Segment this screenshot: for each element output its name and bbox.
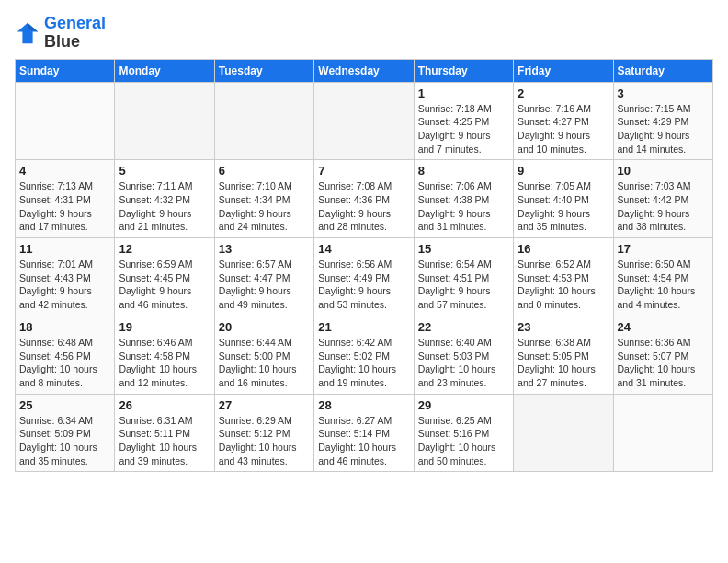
logo: General Blue <box>15 15 106 52</box>
day-info: Sunrise: 6:25 AM Sunset: 5:16 PM Dayligh… <box>418 414 509 468</box>
day-info: Sunrise: 6:52 AM Sunset: 4:53 PM Dayligh… <box>518 258 609 312</box>
day-header-wednesday: Wednesday <box>314 59 414 82</box>
calendar-cell: 2Sunrise: 7:16 AM Sunset: 4:27 PM Daylig… <box>514 82 613 160</box>
day-info: Sunrise: 6:29 AM Sunset: 5:12 PM Dayligh… <box>219 414 310 468</box>
day-info: Sunrise: 7:03 AM Sunset: 4:42 PM Dayligh… <box>618 179 709 234</box>
calendar-cell <box>214 82 313 160</box>
day-header-sunday: Sunday <box>16 59 115 82</box>
calendar-cell: 23Sunrise: 6:38 AM Sunset: 5:05 PM Dayli… <box>514 316 613 394</box>
calendar-cell: 25Sunrise: 6:34 AM Sunset: 5:09 PM Dayli… <box>16 394 115 472</box>
day-number: 5 <box>119 164 210 178</box>
week-row-1: 1Sunrise: 7:18 AM Sunset: 4:25 PM Daylig… <box>16 82 713 160</box>
day-number: 3 <box>618 86 709 100</box>
day-info: Sunrise: 7:01 AM Sunset: 4:43 PM Dayligh… <box>19 258 110 312</box>
day-header-friday: Friday <box>514 59 613 82</box>
calendar-cell: 15Sunrise: 6:54 AM Sunset: 4:51 PM Dayli… <box>414 238 513 316</box>
logo-text: General Blue <box>44 15 106 52</box>
day-info: Sunrise: 7:13 AM Sunset: 4:31 PM Dayligh… <box>19 179 110 234</box>
day-number: 6 <box>219 164 310 178</box>
day-info: Sunrise: 6:59 AM Sunset: 4:45 PM Dayligh… <box>119 258 210 312</box>
day-number: 11 <box>19 242 110 256</box>
day-number: 23 <box>518 320 609 334</box>
calendar-cell: 5Sunrise: 7:11 AM Sunset: 4:32 PM Daylig… <box>115 160 214 238</box>
day-number: 20 <box>219 320 310 334</box>
day-info: Sunrise: 6:46 AM Sunset: 4:58 PM Dayligh… <box>119 336 210 390</box>
day-number: 22 <box>418 320 509 334</box>
calendar-cell: 26Sunrise: 6:31 AM Sunset: 5:11 PM Dayli… <box>115 394 214 472</box>
day-number: 7 <box>318 164 409 178</box>
day-number: 27 <box>219 398 310 412</box>
day-info: Sunrise: 6:50 AM Sunset: 4:54 PM Dayligh… <box>618 258 709 312</box>
calendar-cell: 27Sunrise: 6:29 AM Sunset: 5:12 PM Dayli… <box>214 394 313 472</box>
calendar-cell <box>514 394 613 472</box>
day-number: 21 <box>318 320 409 334</box>
calendar-cell <box>314 82 414 160</box>
day-number: 14 <box>318 242 409 256</box>
day-info: Sunrise: 6:44 AM Sunset: 5:00 PM Dayligh… <box>219 336 310 390</box>
calendar-cell: 13Sunrise: 6:57 AM Sunset: 4:47 PM Dayli… <box>214 238 313 316</box>
calendar-cell: 3Sunrise: 7:15 AM Sunset: 4:29 PM Daylig… <box>613 82 712 160</box>
calendar-cell: 29Sunrise: 6:25 AM Sunset: 5:16 PM Dayli… <box>414 394 513 472</box>
day-number: 28 <box>318 398 409 412</box>
day-info: Sunrise: 7:08 AM Sunset: 4:36 PM Dayligh… <box>318 179 409 234</box>
day-number: 15 <box>418 242 509 256</box>
day-number: 8 <box>418 164 509 178</box>
day-header-saturday: Saturday <box>613 59 712 82</box>
day-header-thursday: Thursday <box>414 59 513 82</box>
calendar-cell: 14Sunrise: 6:56 AM Sunset: 4:49 PM Dayli… <box>314 238 414 316</box>
week-row-2: 4Sunrise: 7:13 AM Sunset: 4:31 PM Daylig… <box>16 160 713 238</box>
day-info: Sunrise: 7:05 AM Sunset: 4:40 PM Dayligh… <box>518 179 609 234</box>
day-number: 4 <box>19 164 110 178</box>
page-header: General Blue <box>15 15 713 52</box>
calendar-cell: 18Sunrise: 6:48 AM Sunset: 4:56 PM Dayli… <box>16 316 115 394</box>
day-info: Sunrise: 7:11 AM Sunset: 4:32 PM Dayligh… <box>119 179 210 234</box>
day-number: 1 <box>418 86 509 100</box>
logo-icon <box>15 20 40 46</box>
calendar-cell: 11Sunrise: 7:01 AM Sunset: 4:43 PM Dayli… <box>16 238 115 316</box>
day-info: Sunrise: 6:48 AM Sunset: 4:56 PM Dayligh… <box>19 336 110 390</box>
day-number: 16 <box>518 242 609 256</box>
calendar-header-row: SundayMondayTuesdayWednesdayThursdayFrid… <box>16 59 713 82</box>
calendar-cell: 4Sunrise: 7:13 AM Sunset: 4:31 PM Daylig… <box>16 160 115 238</box>
day-number: 25 <box>19 398 110 412</box>
day-number: 19 <box>119 320 210 334</box>
calendar-cell: 6Sunrise: 7:10 AM Sunset: 4:34 PM Daylig… <box>214 160 313 238</box>
week-row-5: 25Sunrise: 6:34 AM Sunset: 5:09 PM Dayli… <box>16 394 713 472</box>
day-info: Sunrise: 6:38 AM Sunset: 5:05 PM Dayligh… <box>518 336 609 390</box>
calendar-cell: 21Sunrise: 6:42 AM Sunset: 5:02 PM Dayli… <box>314 316 414 394</box>
calendar-cell: 17Sunrise: 6:50 AM Sunset: 4:54 PM Dayli… <box>613 238 712 316</box>
day-header-tuesday: Tuesday <box>214 59 313 82</box>
day-header-monday: Monday <box>115 59 214 82</box>
calendar-cell: 28Sunrise: 6:27 AM Sunset: 5:14 PM Dayli… <box>314 394 414 472</box>
day-number: 26 <box>119 398 210 412</box>
calendar-cell: 12Sunrise: 6:59 AM Sunset: 4:45 PM Dayli… <box>115 238 214 316</box>
day-number: 29 <box>418 398 509 412</box>
day-info: Sunrise: 7:10 AM Sunset: 4:34 PM Dayligh… <box>219 179 310 234</box>
day-number: 17 <box>618 242 709 256</box>
week-row-3: 11Sunrise: 7:01 AM Sunset: 4:43 PM Dayli… <box>16 238 713 316</box>
calendar-cell: 1Sunrise: 7:18 AM Sunset: 4:25 PM Daylig… <box>414 82 513 160</box>
calendar-cell <box>115 82 214 160</box>
calendar-cell: 10Sunrise: 7:03 AM Sunset: 4:42 PM Dayli… <box>613 160 712 238</box>
day-info: Sunrise: 6:40 AM Sunset: 5:03 PM Dayligh… <box>418 336 509 390</box>
calendar-cell: 22Sunrise: 6:40 AM Sunset: 5:03 PM Dayli… <box>414 316 513 394</box>
day-number: 12 <box>119 242 210 256</box>
week-row-4: 18Sunrise: 6:48 AM Sunset: 4:56 PM Dayli… <box>16 316 713 394</box>
calendar-table: SundayMondayTuesdayWednesdayThursdayFrid… <box>15 59 713 473</box>
day-info: Sunrise: 6:57 AM Sunset: 4:47 PM Dayligh… <box>219 258 310 312</box>
calendar-cell: 16Sunrise: 6:52 AM Sunset: 4:53 PM Dayli… <box>514 238 613 316</box>
calendar-cell: 7Sunrise: 7:08 AM Sunset: 4:36 PM Daylig… <box>314 160 414 238</box>
day-info: Sunrise: 7:16 AM Sunset: 4:27 PM Dayligh… <box>518 102 609 156</box>
calendar-cell: 20Sunrise: 6:44 AM Sunset: 5:00 PM Dayli… <box>214 316 313 394</box>
calendar-cell <box>613 394 712 472</box>
day-number: 10 <box>618 164 709 178</box>
day-number: 9 <box>518 164 609 178</box>
calendar-cell <box>16 82 115 160</box>
day-info: Sunrise: 6:54 AM Sunset: 4:51 PM Dayligh… <box>418 258 509 312</box>
day-info: Sunrise: 6:42 AM Sunset: 5:02 PM Dayligh… <box>318 336 409 390</box>
calendar-cell: 24Sunrise: 6:36 AM Sunset: 5:07 PM Dayli… <box>613 316 712 394</box>
calendar-cell: 9Sunrise: 7:05 AM Sunset: 4:40 PM Daylig… <box>514 160 613 238</box>
day-number: 2 <box>518 86 609 100</box>
day-number: 13 <box>219 242 310 256</box>
day-info: Sunrise: 6:34 AM Sunset: 5:09 PM Dayligh… <box>19 414 110 468</box>
